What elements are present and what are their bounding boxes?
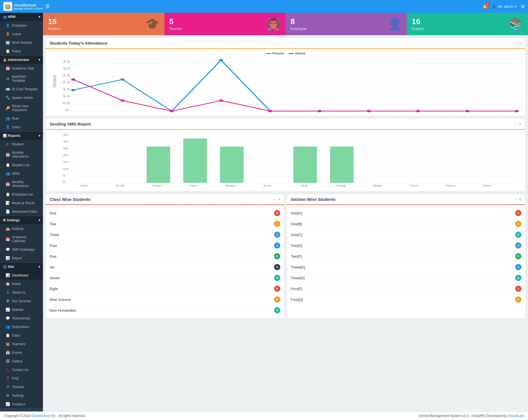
sidebar-item-contact-us[interactable]: 📞Contact Us bbox=[0, 365, 43, 374]
globe-icon[interactable]: 🌐 bbox=[473, 4, 479, 9]
sidebar-item-monthly-attendance-2[interactable]: 📅Monthly Attendance bbox=[0, 178, 43, 190]
stat-card-subject: 16 Subject 📚 bbox=[407, 13, 528, 35]
section-name: Four[F] bbox=[291, 287, 302, 291]
sidebar-item-id-card[interactable]: 🪪ID Card Template bbox=[0, 85, 43, 93]
sidebar-item-faq[interactable]: ❓FAQ bbox=[0, 374, 43, 383]
section-wise-controls: − × bbox=[515, 197, 521, 202]
reset-password-label: Reset User Password bbox=[12, 104, 40, 112]
sidebar-item-institute[interactable]: 🏫Institute bbox=[0, 224, 43, 233]
class-wise-minimize[interactable]: − bbox=[274, 197, 276, 202]
id-card-icon: 🪪 bbox=[6, 87, 10, 91]
sidebar-item-analytics[interactable]: 📈Analytics bbox=[0, 400, 43, 408]
class-label: Class bbox=[12, 334, 20, 337]
section-wise-minimize[interactable]: − bbox=[515, 197, 517, 202]
class-wise-close[interactable]: × bbox=[278, 197, 280, 202]
section-name: Three[G] bbox=[291, 265, 305, 269]
sidebar-item-mail-sms[interactable]: ✉Mail/SMS Template bbox=[0, 73, 43, 85]
sidebar-item-hrm[interactable]: 👥HRM bbox=[0, 169, 43, 178]
sidebar-item-marksheet[interactable]: 📄Marksheet Public bbox=[0, 207, 43, 216]
svg-text:0.5: 0.5 bbox=[63, 102, 70, 105]
sidebar-header-admin[interactable]: 🔒 Administrator ▾ bbox=[0, 56, 43, 64]
user-menu[interactable]: 👤 Mr. admin ▾ bbox=[492, 4, 517, 9]
student-label: Student bbox=[12, 142, 23, 146]
sidebar-item-settings-site[interactable]: ⚙Settings bbox=[0, 391, 43, 400]
sidebar-item-timeline[interactable]: ⏱Timeline bbox=[0, 383, 43, 391]
sidebar-item-statistic[interactable]: 📈Statistic bbox=[0, 305, 43, 314]
sidebar-header-site[interactable]: 🌐 Site ▾ bbox=[0, 263, 43, 271]
sidebar-item-leave[interactable]: 🚪Leave bbox=[0, 30, 43, 38]
employee-list-label: Employee List bbox=[12, 193, 33, 196]
sidebar-item-report[interactable]: 📊Report bbox=[0, 254, 43, 262]
section-wise-close[interactable]: × bbox=[519, 197, 521, 202]
sidebar-header-settings[interactable]: ⚙ Settings ▾ bbox=[0, 216, 43, 224]
sidebar-item-role[interactable]: 👥Role bbox=[0, 114, 43, 123]
sidebar-item-gallery[interactable]: 🖼Gallery bbox=[0, 357, 43, 365]
class-count: 0 bbox=[274, 264, 280, 270]
sidebar-toggle[interactable]: ☰ bbox=[43, 2, 52, 11]
sidebar-item-about-us[interactable]: ℹAbout Us bbox=[0, 288, 43, 297]
sidebar-item-marks-result[interactable]: 📝Marks & Result bbox=[0, 199, 43, 207]
svg-point-29 bbox=[170, 110, 174, 112]
class-wise-header: Class Wise Students − × bbox=[46, 194, 284, 205]
list-item: Four[F]3 bbox=[291, 283, 521, 294]
reports-submenu: 🎓Student 📅Monthly Attendance 📋Student Li… bbox=[0, 140, 43, 216]
topbar-right: 🌐 🔔 4 👤 Mr. admin ▾ ⚙ bbox=[473, 4, 525, 9]
sms-minimize[interactable]: − bbox=[515, 122, 517, 126]
attendance-minimize[interactable]: − bbox=[515, 41, 517, 45]
bell-icon[interactable]: 🔔 4 bbox=[483, 4, 488, 9]
sidebar-item-users[interactable]: 👤Users bbox=[0, 123, 43, 131]
sidebar-item-reset-password[interactable]: 🔑Reset User Password bbox=[0, 102, 43, 114]
sidebar-item-dashboard[interactable]: 📊Dashboard bbox=[0, 271, 43, 280]
hrm-label: 👥 HRM bbox=[3, 15, 16, 19]
footer-developer-link[interactable]: ShanikLab bbox=[508, 414, 524, 418]
sidebar-item-class[interactable]: 📋Class bbox=[0, 331, 43, 340]
teacher-label: Teacher bbox=[169, 27, 182, 31]
statistic-icon: 📈 bbox=[6, 308, 10, 312]
leave-icon: 🚪 bbox=[6, 32, 10, 36]
class-name: Three bbox=[50, 233, 59, 237]
section-count: 0 bbox=[515, 232, 521, 238]
sms-svg: 0 5 10 15 20 25 30 35 bbox=[50, 132, 521, 188]
sidebar-item-work-outside[interactable]: 🏢Work Outside bbox=[0, 38, 43, 47]
sidebar-item-employee[interactable]: 👤Employee bbox=[0, 21, 43, 30]
copyright-text: Copyright © 2019 bbox=[4, 414, 31, 418]
contact-us-label: Contact Us bbox=[12, 368, 28, 372]
class-count: 0 bbox=[274, 296, 280, 303]
attendance-svg: 0 0.5 1.0 1.5 2.0 2.5 3.0 3.5 Attendance bbox=[50, 57, 521, 112]
footer-brand-link[interactable]: CloudSchool BD bbox=[31, 414, 56, 418]
dashboard-icon: 📊 bbox=[6, 273, 10, 277]
sidebar-item-our-services[interactable]: 🛠Our Services bbox=[0, 297, 43, 305]
users-icon: 👤 bbox=[6, 125, 10, 129]
events-icon: 📅 bbox=[6, 350, 10, 355]
academic-year-icon: 📅 bbox=[6, 66, 10, 70]
svg-point-34 bbox=[416, 110, 420, 112]
sms-close[interactable]: × bbox=[519, 122, 521, 126]
sidebar-item-academic-year[interactable]: 📅Academic Year bbox=[0, 64, 43, 73]
events-label: Events bbox=[12, 351, 22, 355]
svg-text:Sep: Sep bbox=[373, 184, 382, 187]
sidebar-item-employee-list[interactable]: 📋Employee List bbox=[0, 190, 43, 199]
attendance-close[interactable]: × bbox=[519, 41, 521, 45]
attendance-title: Students Today's Attendance bbox=[50, 41, 108, 45]
sidebar-header-hrm[interactable]: 👥 HRM ▾ bbox=[0, 13, 43, 21]
sidebar-item-policy[interactable]: 📋Policy bbox=[0, 47, 43, 55]
sidebar-item-sms-gateways[interactable]: 💬SMS Gateways bbox=[0, 245, 43, 254]
section-name: One[C] bbox=[291, 233, 302, 237]
sidebar-item-system-admin[interactable]: 🔧System Admin bbox=[0, 93, 43, 102]
sidebar-item-teachers[interactable]: 👨‍🏫Teachers bbox=[0, 340, 43, 348]
sidebar-section-hrm: 👥 HRM ▾ 👤Employee 🚪Leave 🏢Work Outside 📋… bbox=[0, 13, 43, 56]
sidebar-item-testimonials[interactable]: 💬Testimonials bbox=[0, 314, 43, 322]
sidebar-item-subscribers[interactable]: 👥Subscribers bbox=[0, 322, 43, 331]
sidebar-item-student[interactable]: 🎓Student bbox=[0, 140, 43, 148]
svg-text:2.5: 2.5 bbox=[63, 74, 70, 77]
sidebar-item-academic-calendar[interactable]: 📅Academic Calendar bbox=[0, 233, 43, 245]
settings-icon[interactable]: ⚙ bbox=[521, 4, 525, 9]
section-count: 0 bbox=[515, 275, 521, 281]
sidebar-item-home[interactable]: 🏠Home bbox=[0, 280, 43, 288]
sidebar-item-student-list[interactable]: 📋Student List bbox=[0, 161, 43, 169]
sidebar-item-events[interactable]: 📅Events bbox=[0, 348, 43, 357]
sidebar-item-monthly-attendance[interactable]: 📅Monthly Attendance bbox=[0, 148, 43, 161]
analytics-icon: 📈 bbox=[6, 402, 10, 406]
svg-text:10: 10 bbox=[63, 168, 68, 170]
sidebar-header-reports[interactable]: 📊 Reports ▾ bbox=[0, 132, 43, 140]
